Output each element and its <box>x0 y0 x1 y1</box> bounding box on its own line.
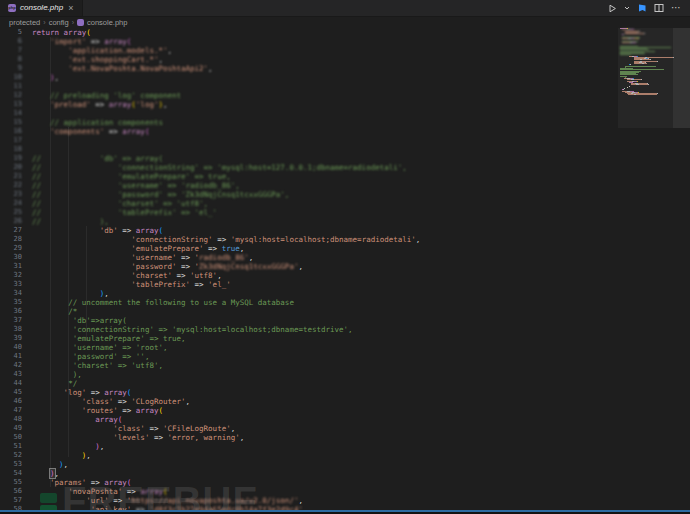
code-line[interactable]: 56 'novaPoshta' => array( <box>0 487 690 496</box>
code-line[interactable]: 19// 'db' => array( <box>0 154 690 163</box>
run-button[interactable] <box>608 4 617 13</box>
code-line[interactable]: 57 'url' => 'https://api.novaposhta.ua/v… <box>0 496 690 505</box>
line-number[interactable]: 28 <box>0 235 22 244</box>
line-number[interactable]: 9 <box>0 64 22 73</box>
code-line[interactable]: 51 ), <box>0 442 690 451</box>
code-line[interactable]: 5return array( <box>0 28 690 37</box>
line-number[interactable]: 48 <box>0 415 22 424</box>
line-number[interactable]: 39 <box>0 334 22 343</box>
line-number[interactable]: 43 <box>0 370 22 379</box>
line-number[interactable]: 27 <box>0 226 22 235</box>
code-line[interactable]: 35 // uncomment the following to use a M… <box>0 298 690 307</box>
code-line[interactable]: 33 'tablePrefix' => 'el_' <box>0 280 690 289</box>
code-line[interactable]: 47 'routes' => array( <box>0 406 690 415</box>
php-runner-icon[interactable] <box>637 3 647 13</box>
code-line[interactable]: 48 array( <box>0 415 690 424</box>
line-number[interactable]: 15 <box>0 118 22 127</box>
code-line[interactable]: 11 <box>0 82 690 91</box>
code-line[interactable]: 25// 'tablePrefix' => 'el_' <box>0 208 690 217</box>
line-number[interactable]: 38 <box>0 325 22 334</box>
code-line[interactable]: 22// 'username' => 'radiodb_86', <box>0 181 690 190</box>
code-line[interactable]: 49 'class' => 'CFileLogRoute', <box>0 424 690 433</box>
code-line[interactable]: 12 // preloading 'log' component <box>0 91 690 100</box>
close-icon[interactable]: × <box>67 4 74 13</box>
line-number[interactable]: 13 <box>0 100 22 109</box>
code-line[interactable]: 46 'class' => 'CLogRouter', <box>0 397 690 406</box>
line-number[interactable]: 33 <box>0 280 22 289</box>
more-actions-button[interactable]: ⋯ <box>671 3 682 13</box>
line-number[interactable]: 8 <box>0 55 22 64</box>
line-number[interactable]: 25 <box>0 208 22 217</box>
editor-pane[interactable]: 5return array(6 'import' => array(7 'app… <box>0 28 690 514</box>
code-line[interactable]: 39 'emulatePrepare' => true, <box>0 334 690 343</box>
code-line[interactable]: 55 'params' => array( <box>0 478 690 487</box>
code-line[interactable]: 32 'charset' => 'utf8', <box>0 271 690 280</box>
line-number[interactable]: 26 <box>0 217 22 226</box>
code-line[interactable]: 53 ), <box>0 460 690 469</box>
code-line[interactable]: 24// 'charset' => 'utf8', <box>0 199 690 208</box>
line-number[interactable]: 51 <box>0 442 22 451</box>
code-line[interactable]: 37 'db'=>array( <box>0 316 690 325</box>
line-number[interactable]: 50 <box>0 433 22 442</box>
line-number[interactable]: 49 <box>0 424 22 433</box>
line-number[interactable]: 41 <box>0 352 22 361</box>
code-line[interactable]: 50 'levels' => 'error, warning', <box>0 433 690 442</box>
line-number[interactable]: 19 <box>0 154 22 163</box>
breadcrumb-item-config[interactable]: config <box>49 18 69 27</box>
code-line[interactable]: 16 'components' => array( <box>0 127 690 136</box>
line-number[interactable]: 17 <box>0 136 22 145</box>
code-line[interactable]: 28 'connectionString' => 'mysql:host=loc… <box>0 235 690 244</box>
line-number[interactable]: 21 <box>0 172 22 181</box>
run-dropdown-chevron-icon[interactable] <box>624 5 630 11</box>
code-line[interactable]: 6 'import' => array( <box>0 37 690 46</box>
minimap[interactable] <box>618 28 690 514</box>
line-number[interactable]: 24 <box>0 199 22 208</box>
line-number[interactable]: 34 <box>0 289 22 298</box>
code-line[interactable]: 18 <box>0 145 690 154</box>
line-number[interactable]: 56 <box>0 487 22 496</box>
code-line[interactable]: 8 'ext.shoppingCart.*', <box>0 55 690 64</box>
code-line[interactable]: 14 <box>0 109 690 118</box>
code-line[interactable]: 20// 'connectionString' => 'mysql:host=1… <box>0 163 690 172</box>
line-number[interactable]: 35 <box>0 298 22 307</box>
code-line[interactable]: 41 'password' => '', <box>0 352 690 361</box>
code-line[interactable]: 45 'log' => array( <box>0 388 690 397</box>
code-line[interactable]: 7 'application.models.*', <box>0 46 690 55</box>
code-line[interactable]: 52 ), <box>0 451 690 460</box>
line-number[interactable]: 12 <box>0 91 22 100</box>
line-number[interactable]: 44 <box>0 379 22 388</box>
line-number[interactable]: 18 <box>0 145 22 154</box>
line-number[interactable]: 53 <box>0 460 22 469</box>
code-line[interactable]: 23// 'password' => 'Zk3dNqjCnsq1tcxxGGGP… <box>0 190 690 199</box>
line-number[interactable]: 23 <box>0 190 22 199</box>
line-number[interactable]: 31 <box>0 262 22 271</box>
line-number[interactable]: 32 <box>0 271 22 280</box>
code-line[interactable]: 36 /* <box>0 307 690 316</box>
code-line[interactable]: 34 ), <box>0 289 690 298</box>
line-number[interactable]: 14 <box>0 109 22 118</box>
line-number[interactable]: 20 <box>0 163 22 172</box>
tab-console-php[interactable]: php console.php × <box>0 0 83 16</box>
line-number[interactable]: 42 <box>0 361 22 370</box>
code-line[interactable]: 38 'connectionString' => 'mysql:host=loc… <box>0 325 690 334</box>
line-number[interactable]: 22 <box>0 181 22 190</box>
line-number[interactable]: 6 <box>0 37 22 46</box>
line-number[interactable]: 10 <box>0 73 22 82</box>
code-line[interactable]: 17 <box>0 136 690 145</box>
line-number[interactable]: 40 <box>0 343 22 352</box>
line-number[interactable]: 36 <box>0 307 22 316</box>
code-line[interactable]: 9 'ext.NovaPoshta.NovaPoshtaApi2', <box>0 64 690 73</box>
line-number[interactable]: 29 <box>0 244 22 253</box>
code-line[interactable]: 31 'password' => 'Zk3dNqjCnsq1tcxxGGGPa'… <box>0 262 690 271</box>
code-line[interactable]: 44 */ <box>0 379 690 388</box>
code-line[interactable]: 10 ), <box>0 73 690 82</box>
line-number[interactable]: 16 <box>0 127 22 136</box>
code-line[interactable]: 43 ), <box>0 370 690 379</box>
breadcrumb-item-protected[interactable]: protected <box>9 18 40 27</box>
split-editor-button[interactable] <box>654 3 664 13</box>
code-line[interactable]: 15 // application components <box>0 118 690 127</box>
line-number[interactable]: 54 <box>0 469 22 478</box>
code-line[interactable]: 26// ), <box>0 217 690 226</box>
line-number[interactable]: 7 <box>0 46 22 55</box>
line-number[interactable]: 57 <box>0 496 22 505</box>
